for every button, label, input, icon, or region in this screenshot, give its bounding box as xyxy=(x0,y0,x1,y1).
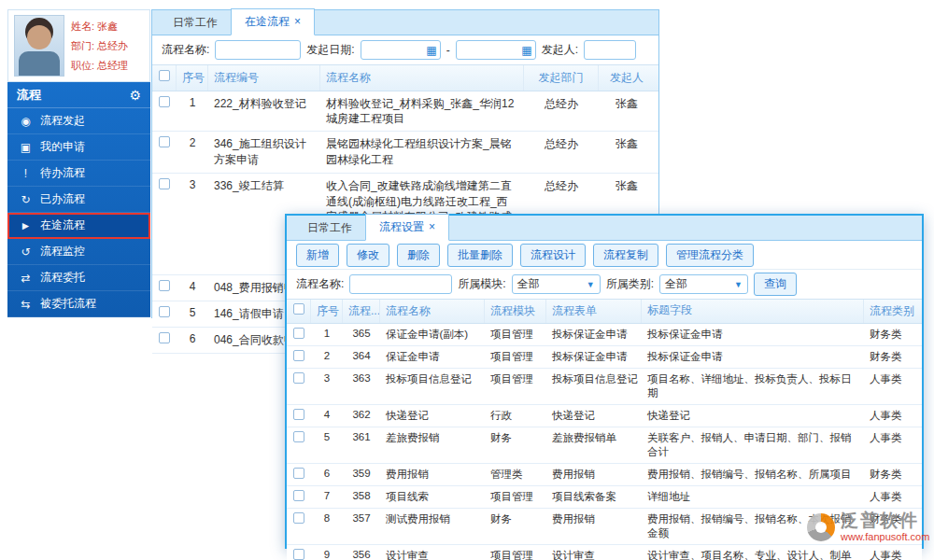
window1-table-header: 序号 流程编号 流程名称 发起部门 发起人 xyxy=(152,65,658,91)
window2-tabbar: 日常工作× 流程设置× xyxy=(287,216,922,241)
row-checkbox[interactable] xyxy=(293,409,304,420)
cell-no: 1 xyxy=(177,91,208,131)
toolbar-button[interactable]: 流程复制 xyxy=(593,244,658,267)
tab[interactable]: 日常工作× xyxy=(294,216,365,241)
gear-icon[interactable]: ⚙ xyxy=(129,88,141,103)
sidebar-item[interactable]: ◉ 流程发起 xyxy=(7,108,150,134)
cell-no: 3 xyxy=(311,369,343,404)
row-checkbox[interactable] xyxy=(159,280,170,291)
cell-no: 7 xyxy=(311,486,343,508)
row-checkbox[interactable] xyxy=(293,350,304,361)
row-checkbox[interactable] xyxy=(159,96,170,107)
toolbar-button[interactable]: 流程设计 xyxy=(520,244,586,267)
sidebar-item[interactable]: ► 在途流程 xyxy=(7,213,150,239)
menu-item-icon: ↺ xyxy=(19,245,33,259)
sidebar-item[interactable]: ▣ 我的申请 xyxy=(7,134,150,161)
cell-no: 5 xyxy=(311,427,343,463)
cell-name: 快递登记 xyxy=(380,405,485,427)
cell-module: 项目管理 xyxy=(485,324,546,345)
brand-text: 泛普软件 www.fanpusoft.com xyxy=(841,511,929,542)
row-checkbox[interactable] xyxy=(293,490,304,501)
table-row[interactable]: 3 363 投标项目信息登记 项目管理 投标项目信息登记 项目名称、详细地址、投… xyxy=(287,369,922,405)
select-all-checkbox[interactable] xyxy=(159,70,170,81)
category-select[interactable]: 全部 ▼ xyxy=(659,274,748,294)
window2-filterbar: 流程名称: 所属模块: 全部 ▼ 所属类别: 全部 ▼ 查询 xyxy=(287,270,922,300)
close-icon[interactable]: × xyxy=(429,220,435,233)
cell-form: 设计审查 xyxy=(546,545,642,560)
select-all-checkbox[interactable] xyxy=(293,303,304,315)
toolbar-button[interactable]: 修改 xyxy=(347,244,389,267)
toolbar-button[interactable]: 删除 xyxy=(397,244,440,267)
cell-no: 2 xyxy=(177,132,208,173)
cell-title-field: 快递登记 xyxy=(642,405,864,427)
cell-module: 项目管理 xyxy=(485,369,546,404)
cell-module: 管理类 xyxy=(485,464,546,485)
cell-category: 财务类 xyxy=(864,324,920,345)
sidebar-item[interactable]: ! 待办流程 xyxy=(7,161,150,187)
toolbar-button[interactable]: 批量删除 xyxy=(447,244,513,267)
row-checkbox[interactable] xyxy=(293,431,304,442)
menu-item-icon: ↻ xyxy=(19,193,33,206)
cell-title-field: 投标保证金申请 xyxy=(642,346,864,368)
table-row[interactable]: 6 359 费用报销 管理类 费用报销 费用报销、报销编号、报销名称、所属项目 … xyxy=(287,464,922,486)
toolbar-button[interactable]: 管理流程分类 xyxy=(666,244,754,267)
row-checkbox[interactable] xyxy=(293,328,304,339)
row-checkbox[interactable] xyxy=(159,136,170,147)
tab[interactable]: 日常工作× xyxy=(160,10,231,35)
table-row[interactable]: 1 222_材料验收登记 材料验收登记_材料采购_张鑫_华润12城房建工程项目 … xyxy=(152,91,658,132)
close-icon[interactable]: × xyxy=(294,15,301,28)
process-name-label: 流程名称: xyxy=(162,42,209,58)
cell-form: 费用报销 xyxy=(546,464,642,485)
row-checkbox[interactable] xyxy=(159,306,170,317)
row-checkbox[interactable] xyxy=(159,332,170,343)
cell-module: 行政 xyxy=(485,405,546,427)
table-row[interactable]: 2 346_施工组织设计方案申请 晨铭园林绿化工程组织设计方案_晨铭园林绿化工程… xyxy=(152,132,658,174)
cell-code: 346_施工组织设计方案申请 xyxy=(208,132,320,173)
cell-name: 保证金申请 xyxy=(380,346,485,368)
cell-form: 快递登记 xyxy=(546,405,642,427)
user-info: 姓名: 张鑫 部门: 总经办 职位: 总经理 xyxy=(71,20,128,73)
process-name-input[interactable] xyxy=(215,40,301,60)
table-row[interactable]: 2 364 保证金申请 项目管理 投标保证金申请 投标保证金申请 财务类 xyxy=(287,346,922,369)
calendar-icon[interactable]: ▦ xyxy=(521,44,531,57)
cell-process-id: 357 xyxy=(343,509,380,544)
table-row[interactable]: 5 361 差旅费报销 财务 差旅费报销单 关联客户、报销人、申请日期、部门、报… xyxy=(287,427,922,464)
search-button[interactable]: 查询 xyxy=(754,273,797,296)
cell-title-field: 关联客户、报销人、申请日期、部门、报销合计 xyxy=(642,427,864,463)
cell-no: 8 xyxy=(311,509,343,544)
cell-module: 财务 xyxy=(485,509,546,544)
start-date-input[interactable]: ▦ xyxy=(361,40,441,60)
calendar-icon[interactable]: ▦ xyxy=(426,44,436,57)
start-date-label: 发起日期: xyxy=(306,42,354,58)
tab[interactable]: 在途流程× xyxy=(231,8,315,35)
sidebar-item[interactable]: ⇆ 被委托流程 xyxy=(7,291,150,317)
row-checkbox[interactable] xyxy=(293,512,304,524)
tab[interactable]: 流程设置× xyxy=(365,214,449,241)
cell-title-field: 详细地址 xyxy=(642,486,864,508)
initiator-input[interactable] xyxy=(584,40,636,60)
window1-filterbar: 流程名称: 发起日期: ▦ - ▦ 发起人: xyxy=(152,35,658,65)
cell-name: 保证金申请(副本) xyxy=(380,324,485,345)
end-date-input[interactable]: ▦ xyxy=(456,40,536,60)
row-checkbox[interactable] xyxy=(293,468,304,479)
table-row[interactable]: 4 362 快递登记 行政 快递登记 快递登记 人事类 xyxy=(287,405,922,427)
cell-form: 投标项目信息登记 xyxy=(546,369,642,404)
table-row[interactable]: 9 356 设计审查 项目管理 设计审查 设计审查、项目名称、专业、设计人、制单… xyxy=(287,545,922,560)
col-initiator: 发起人 xyxy=(599,65,655,91)
table-row[interactable]: 1 365 保证金申请(副本) 项目管理 投标保证金申请 投标保证金申请 财务类 xyxy=(287,324,922,346)
sidebar-item[interactable]: ⇄ 流程委托 xyxy=(7,265,150,291)
row-checkbox[interactable] xyxy=(293,372,304,384)
cell-category: 财务类 xyxy=(864,464,920,485)
table-row[interactable]: 7 358 项目线索 项目管理 项目线索备案 详细地址 人事类 xyxy=(287,486,922,509)
sidebar-item[interactable]: ↺ 流程监控 xyxy=(7,239,150,265)
tab-label: 日常工作 xyxy=(307,221,352,234)
sidebar: 姓名: 张鑫 部门: 总经办 职位: 总经理 流程 ⚙ ◉ 流程发起 ▣ 我的申… xyxy=(7,9,150,317)
row-checkbox[interactable] xyxy=(159,178,170,189)
brand-watermark: 泛普软件 www.fanpusoft.com xyxy=(807,511,929,542)
row-checkbox[interactable] xyxy=(293,549,304,560)
toolbar-button[interactable]: 新增 xyxy=(296,244,339,267)
cell-category: 财务类 xyxy=(864,346,920,368)
sidebar-item[interactable]: ↻ 已办流程 xyxy=(7,187,150,213)
module-select[interactable]: 全部 ▼ xyxy=(512,274,601,294)
process-name-input[interactable] xyxy=(349,274,452,294)
